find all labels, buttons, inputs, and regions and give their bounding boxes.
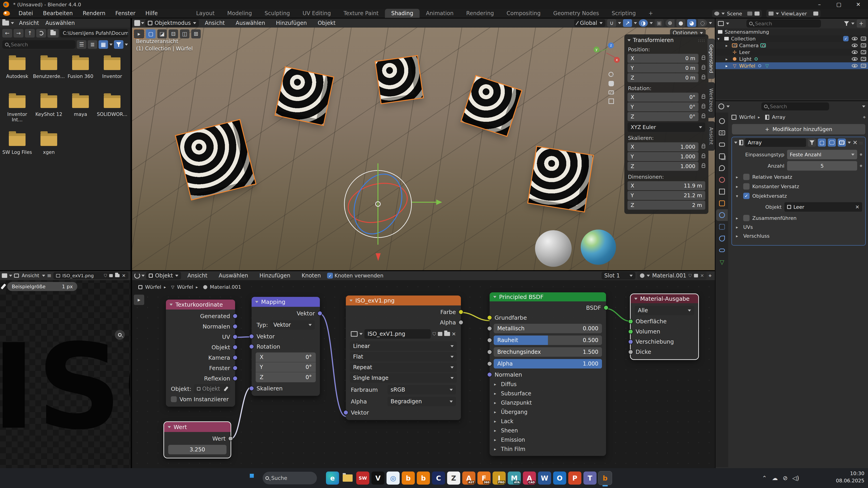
taskbar-edge[interactable]: e (326, 471, 339, 485)
viewport-camera-view-icon[interactable] (609, 90, 614, 94)
socket-normal-in[interactable] (487, 372, 492, 377)
taskbar-teams[interactable]: T (583, 471, 596, 485)
node-texture-coordinate[interactable]: Texturkoordinate Generated Normalen UV O… (166, 300, 235, 407)
gizmo-arrow-green[interactable] (436, 199, 442, 205)
chevron-down-icon[interactable] (848, 142, 851, 144)
node-material-output[interactable]: Material-Ausgabe Alle Oberfläche Volumen… (631, 294, 698, 359)
sh-menu-auswaehlen[interactable]: Auswählen (214, 271, 253, 280)
collapse-icon[interactable] (349, 300, 352, 302)
file-browser-editor-icon[interactable] (2, 21, 9, 26)
taskbar-explorer[interactable] (341, 471, 354, 485)
taskbar-solidworks[interactable]: SW (356, 471, 369, 485)
taskbar-blender-active[interactable]: b (598, 471, 612, 485)
tab-shading[interactable]: Shading (385, 9, 420, 18)
close-modifier-icon[interactable]: ✕ (852, 139, 858, 146)
source-dropdown[interactable]: Single Image (350, 373, 457, 383)
outliner-row-light[interactable]: ▸ Light (716, 56, 868, 62)
start-button[interactable] (248, 471, 260, 485)
back-button[interactable]: ← (2, 29, 12, 37)
onedrive-icon[interactable]: ☁ (770, 474, 779, 483)
tab-object[interactable] (716, 197, 728, 209)
tab-sculpting[interactable]: Sculpting (258, 9, 296, 18)
section-subsurface[interactable]: ▸Subsurface (490, 389, 606, 398)
folder-item[interactable]: Benutzerde... (33, 54, 65, 92)
lock-icon[interactable] (702, 67, 705, 70)
lock-icon[interactable] (702, 115, 705, 118)
section-diffus[interactable]: ▸Diffus (490, 380, 606, 389)
metallic-slider[interactable]: Metallisch0.000 (494, 324, 602, 333)
section-glanzpunkt[interactable]: ▸Glanzpunkt (490, 398, 606, 408)
collapse-icon[interactable] (168, 426, 171, 428)
taskbar-cinema4d[interactable]: C (432, 471, 445, 485)
gizmo-center[interactable] (375, 201, 381, 207)
render-visibility-icon[interactable] (861, 57, 866, 61)
cube-object[interactable] (276, 67, 333, 125)
socket-alpha-out[interactable] (458, 320, 463, 325)
view-detail-button[interactable]: ≣ (88, 40, 97, 49)
image-name-field[interactable]: ISO_exV1.png (364, 329, 431, 339)
socket-metallic-in[interactable] (487, 326, 492, 331)
rotation-y-field[interactable]: Y0° (627, 102, 699, 111)
rotation-mode-dropdown[interactable]: XYZ Euler (627, 123, 705, 132)
volume-icon[interactable]: ◁) (791, 474, 800, 483)
scale-z-field[interactable]: Z1.000 (627, 162, 699, 171)
axis-navigator-gizmo[interactable]: x y z (593, 43, 620, 70)
view-list-button[interactable]: ☰ (77, 40, 86, 49)
fb-search[interactable] (2, 40, 75, 49)
colorspace-dropdown[interactable]: sRGB (388, 385, 456, 394)
dim-x-field[interactable]: X11.9 m (627, 181, 705, 190)
properties-search[interactable] (761, 102, 829, 110)
material-datablock[interactable]: Material.001 ⛉ ✕ (637, 272, 707, 280)
menu-fenster[interactable]: Fenster (110, 9, 141, 18)
fit-type-dropdown[interactable]: Feste Anzahl (787, 150, 857, 159)
dim-z-field[interactable]: Z2 m (627, 201, 705, 210)
socket-volume-in[interactable] (628, 329, 633, 334)
tab-collection[interactable] (716, 186, 728, 197)
folder-item[interactable]: SW Log Files (1, 130, 33, 168)
properties-search-input[interactable] (770, 104, 827, 109)
shield-icon[interactable]: ⛉ (688, 273, 692, 278)
properties-editor-icon[interactable] (718, 103, 724, 109)
copy-icon[interactable] (813, 11, 818, 15)
shield-icon[interactable]: ⛉ (104, 273, 107, 278)
roughness-slider[interactable]: Rauheit0.500 (494, 335, 602, 345)
vp-menu-ansicht[interactable]: Ansicht (200, 19, 230, 28)
socket-uv-out[interactable] (232, 334, 238, 339)
socket-roughness-in[interactable] (487, 338, 492, 343)
eyedropper-icon[interactable] (224, 386, 228, 391)
socket-reflection-out[interactable] (232, 376, 238, 381)
outliner-row-scene-collection[interactable]: Szenensammlung (716, 29, 868, 35)
tab-tool[interactable] (716, 115, 728, 127)
active-tool-icon[interactable]: ▸ (134, 29, 144, 38)
select-intersect-icon[interactable]: ⊞ (191, 29, 201, 38)
forward-button[interactable]: → (13, 29, 24, 37)
taskbar-blender-a[interactable]: b (402, 471, 415, 485)
gizmo-toggle-icon[interactable]: ↗ (623, 19, 632, 27)
offset-object-field[interactable]: Leer ✕ (784, 202, 862, 212)
npanel-tab-ansicht[interactable]: Ansicht (708, 121, 715, 151)
filter-icon[interactable] (844, 21, 849, 26)
animate-dot[interactable] (860, 153, 862, 156)
output-target-dropdown[interactable]: Alle (635, 306, 694, 315)
lock-icon[interactable] (702, 57, 705, 60)
select-subtract-icon[interactable]: ⊟ (168, 29, 178, 38)
node-principled-bsdf[interactable]: Principled BSDF BSDF Grundfarbe Metallis… (490, 292, 606, 456)
sh-menu-knoten[interactable]: Knoten (297, 271, 326, 280)
realtime-display-icon[interactable]: 🖵 (828, 138, 836, 147)
sh-menu-ansicht[interactable]: Ansicht (182, 271, 213, 280)
expand-icon[interactable]: ▸ (725, 43, 730, 48)
caps-section[interactable]: ▸Verschluss (736, 233, 861, 239)
socket-normal-out[interactable] (232, 324, 238, 329)
socket-bsdf-out[interactable] (603, 305, 609, 310)
mode-selector[interactable]: Objektmodus (145, 19, 199, 27)
taskbar-alias[interactable]: AAST (462, 471, 475, 485)
render-visibility-icon[interactable] (861, 43, 866, 47)
socket-thickness-in[interactable] (628, 350, 633, 355)
node-mapping[interactable]: Mapping Vektor Typ: Vektor Vektor Rotati… (252, 297, 320, 396)
taskbar-keyshot[interactable]: V (371, 471, 384, 485)
axis-ball-y[interactable]: y (594, 46, 599, 53)
instancer-checkbox[interactable] (171, 396, 177, 402)
taskbar-clock[interactable]: 10:30 08.06.2025 (836, 470, 864, 484)
mapping-rotation-fields[interactable]: X0° Y0° Z0° (256, 352, 316, 382)
npanel-tab-gegenstand[interactable]: Gegenstand (708, 39, 715, 79)
